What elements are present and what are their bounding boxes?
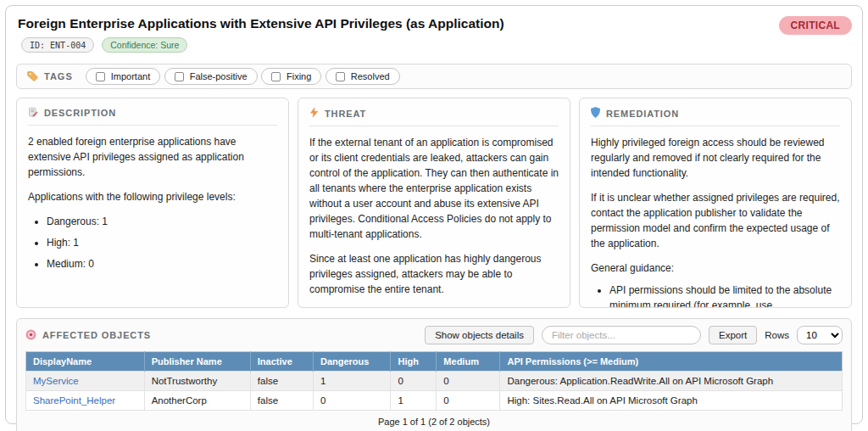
affected-heading: AFFECTED OBJECTS [25, 329, 151, 342]
inactive-cell: false [250, 391, 313, 411]
tag-checkbox-pill[interactable]: False-positive [164, 68, 258, 85]
dangerous-cell: 0 [313, 391, 390, 411]
tag-checkbox-list: Important False-positive Fixing Resolved [86, 68, 400, 85]
display-name-link[interactable]: MyService [33, 376, 79, 386]
target-icon [25, 329, 36, 342]
inactive-cell: false [250, 372, 313, 391]
tags-bar: TAGS Important False-positive Fixing Res… [16, 64, 852, 89]
badge-row: ID: ENT-004 Confidence: Sure [21, 37, 504, 53]
description-para-2: Applications with the following privileg… [28, 189, 277, 204]
tag-checkbox-label: Fixing [287, 71, 311, 81]
severity-badge: CRITICAL [779, 16, 852, 35]
table-header-cell: Medium [437, 352, 500, 372]
description-heading: DESCRIPTION [28, 107, 277, 126]
id-badge: ID: ENT-004 [21, 37, 94, 53]
checkbox-icon[interactable] [96, 72, 105, 81]
remediation-para-3: General guidance: [591, 260, 840, 276]
description-heading-label: DESCRIPTION [44, 108, 116, 118]
confidence-badge: Confidence: Sure [102, 37, 187, 53]
export-button[interactable]: Export [709, 326, 757, 344]
guidance-list: API permissions should be limited to the… [591, 283, 840, 308]
affected-objects-panel: AFFECTED OBJECTS Show objects details Ex… [16, 318, 852, 431]
table-header-row: DisplayNamePublisher NameInactiveDangero… [26, 352, 843, 372]
tag-checkbox-label: Resolved [351, 71, 390, 81]
table-header-cell: Dangerous [313, 352, 390, 372]
threat-para-2: Since at least one application has highl… [309, 251, 559, 297]
dangerous-cell: 1 [313, 372, 390, 391]
medium-cell: 0 [437, 391, 500, 411]
tags-label-group: TAGS [27, 70, 73, 83]
privilege-level-item: Dangerous: 1 [47, 214, 277, 229]
tag-icon [27, 70, 38, 83]
table-row: SharePoint_Helper AnotherCorp false 0 1 … [26, 391, 843, 411]
medium-cell: 0 [437, 372, 500, 391]
table-header-cell: DisplayName [26, 352, 145, 372]
publisher-cell: AnotherCorp [144, 391, 250, 411]
toolbar-controls: Show objects details Export Rows 10 [425, 326, 843, 344]
filter-objects-input[interactable] [542, 326, 701, 344]
affected-heading-label: AFFECTED OBJECTS [42, 330, 151, 340]
description-para-1: 2 enabled foreign enterprise application… [28, 134, 277, 180]
high-cell: 0 [391, 372, 437, 391]
permissions-cell: High: Sites.Read.All on API Microsoft Gr… [500, 391, 843, 411]
threat-heading: THREAT [309, 107, 559, 126]
guidance-text: API permissions should be limited to the… [609, 284, 832, 308]
remediation-para-2: If it is unclear whether assigned privil… [591, 190, 840, 251]
threat-heading-label: THREAT [325, 109, 366, 119]
remediation-panel: REMEDIATION Highly privileged foreign ac… [579, 98, 852, 308]
publisher-cell: NotTrustworthy [144, 372, 250, 391]
privilege-level-item: High: 1 [47, 235, 277, 250]
show-objects-details-button[interactable]: Show objects details [425, 326, 534, 344]
threat-para-1: If the external tenant of an application… [309, 135, 559, 242]
info-panels: DESCRIPTION 2 enabled foreign enterprise… [16, 98, 852, 308]
lightning-bolt-icon [309, 107, 319, 120]
table-header-cell: Inactive [250, 352, 313, 372]
remediation-heading-label: REMEDIATION [606, 109, 679, 119]
shield-icon [591, 107, 600, 120]
rows-per-page-select[interactable]: 10 [797, 326, 843, 344]
remediation-para-1: Highly privileged foreign access should … [591, 135, 840, 181]
description-panel: DESCRIPTION 2 enabled foreign enterprise… [16, 98, 289, 308]
tags-label: TAGS [44, 71, 73, 81]
tag-checkbox-label: False-positive [190, 71, 248, 81]
tag-checkbox-pill[interactable]: Fixing [261, 68, 321, 85]
report-header: Foreign Enterprise Applications with Ext… [14, 14, 854, 53]
page-title: Foreign Enterprise Applications with Ext… [18, 16, 504, 31]
permissions-cell: Dangerous: Application.ReadWrite.All on … [500, 372, 843, 391]
tag-checkbox-pill[interactable]: Resolved [326, 68, 400, 85]
memo-icon [28, 107, 38, 119]
table-header-cell: Publisher Name [144, 352, 250, 372]
table-body: MyService NotTrustworthy false 1 0 0 Dan… [26, 372, 843, 411]
checkbox-icon[interactable] [175, 72, 184, 81]
display-name-cell: SharePoint_Helper [26, 391, 145, 411]
display-name-cell: MyService [26, 372, 145, 391]
high-cell: 1 [391, 391, 437, 411]
privilege-level-list: Dangerous: 1High: 1Medium: 0 [28, 214, 277, 271]
affected-objects-table: DisplayNamePublisher NameInactiveDangero… [25, 351, 843, 411]
table-row: MyService NotTrustworthy false 1 0 0 Dan… [26, 372, 843, 391]
rows-label: Rows [765, 330, 789, 340]
affected-toolbar: AFFECTED OBJECTS Show objects details Ex… [25, 326, 843, 344]
guidance-item-1: API permissions should be limited to the… [609, 283, 840, 308]
pagination-status: Page 1 of 1 (2 of 2 objects) [25, 411, 843, 429]
checkbox-icon[interactable] [336, 72, 345, 81]
checkbox-icon[interactable] [271, 72, 281, 81]
table-header-cell: High [391, 352, 437, 372]
table-header-cell: API Permissions (>= Medium) [500, 352, 843, 372]
remediation-heading: REMEDIATION [591, 107, 840, 126]
report-container: Foreign Enterprise Applications with Ext… [5, 5, 863, 424]
privilege-level-item: Medium: 0 [47, 256, 277, 271]
display-name-link[interactable]: SharePoint_Helper [33, 395, 115, 406]
threat-panel: THREAT If the external tenant of an appl… [298, 98, 570, 308]
tag-checkbox-label: Important [111, 71, 150, 81]
tag-checkbox-pill[interactable]: Important [86, 68, 160, 85]
